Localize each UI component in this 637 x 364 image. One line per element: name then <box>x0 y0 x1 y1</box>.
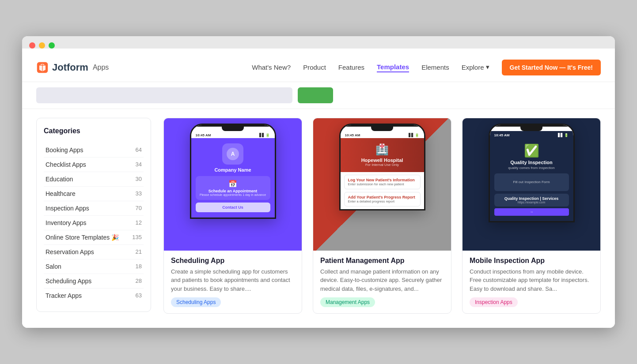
sidebar-item-scheduling-apps[interactable]: Scheduling Apps 28 <box>44 274 144 289</box>
card-title-inspection: Mobile Inspection App <box>470 257 593 265</box>
logo-text: Jotform <box>52 62 88 73</box>
nav-whats-new[interactable]: What's New? <box>252 64 291 72</box>
card-desc-patient: Collect and manage patient information o… <box>320 267 444 293</box>
card-info-inspection: Mobile Inspection App Conduct inspection… <box>463 251 600 314</box>
phone-time-scheduling: 10:45 AM <box>196 133 211 137</box>
patient-card-2: Add Your Patient's Progress Report Enter… <box>344 192 421 206</box>
close-button[interactable] <box>29 42 35 49</box>
calendar-icon: 📅 <box>199 180 267 188</box>
phone-app-content-scheduling: A Company Name 📅 Schedule an Appointment… <box>191 138 275 218</box>
phone-status-icons: ▋▋ 🔋 <box>259 133 270 137</box>
sidebar-item-reservation-apps[interactable]: Reservation Apps 21 <box>44 245 144 259</box>
qi-title: Quality Inspection <box>494 160 569 165</box>
template-card-scheduling[interactable]: 10:45 AM ▋▋ 🔋 A Company <box>163 118 302 314</box>
patient-card-1: Log Your New Patient's Information Enter… <box>344 175 421 189</box>
template-card-patient[interactable]: 10:45 AM ▋▋ 🔋 🏥 Hopewell Hospital For In… <box>313 118 451 314</box>
phone-frame-scheduling: 10:45 AM ▋▋ 🔋 A Company <box>190 124 276 219</box>
patient-hospital-subtitle: For Internal Use Only <box>345 163 420 167</box>
phone-status-icons-inspection: ▋▋ 🔋 <box>558 133 569 137</box>
card-info-patient: Patient Management App Collect and manag… <box>313 251 451 314</box>
sidebar-item-tracker-apps[interactable]: Tracker Apps 63 <box>44 289 144 303</box>
template-card-inspection[interactable]: 10:45 AM ▋▋ 🔋 ✅ Quality Inspection quali… <box>462 118 601 314</box>
checkmark-icon: ✅ <box>494 143 569 158</box>
chevron-down-icon: ▾ <box>486 63 489 71</box>
phone-section-appointment: 📅 Schedule an Appointment Please schedul… <box>196 176 270 200</box>
phone-status-bar-scheduling: 10:45 AM ▋▋ 🔋 <box>191 131 275 138</box>
sidebar-item-healthcare[interactable]: Healthcare 33 <box>44 187 144 201</box>
nav-product[interactable]: Product <box>303 64 326 72</box>
nav-elements[interactable]: Elements <box>421 64 449 72</box>
maximize-button[interactable] <box>49 42 55 49</box>
browser-window: Jotform Apps What's New? Product Feature… <box>22 36 615 328</box>
card-tag-patient[interactable]: Management Apps <box>320 297 375 307</box>
qi-service-row: Quality Inspection | Services https://ex… <box>494 194 569 206</box>
sidebar: Categories Booking Apps 64 Checklist App… <box>36 118 151 312</box>
phone-time-inspection: 10:45 AM <box>494 133 510 137</box>
nav-templates[interactable]: Templates <box>377 63 409 72</box>
sidebar-item-salon[interactable]: Salon 18 <box>44 259 144 274</box>
nav-features[interactable]: Features <box>338 64 364 72</box>
nav-links: What's New? Product Features Templates E… <box>252 63 489 72</box>
card-tag-inspection[interactable]: Inspection Apps <box>470 297 518 307</box>
browser-content: Jotform Apps What's New? Product Feature… <box>22 54 615 328</box>
navbar: Jotform Apps What's New? Product Feature… <box>22 54 615 82</box>
hero-strip <box>22 82 615 109</box>
phone-mockup-inspection: 10:45 AM ▋▋ 🔋 ✅ Quality Inspection quali… <box>463 118 600 251</box>
sidebar-item-inventory-apps[interactable]: Inventory Apps 12 <box>44 216 144 230</box>
jotform-logo-icon <box>36 61 49 74</box>
patient-header: 🏥 Hopewell Hospital For Internal Use Onl… <box>341 138 424 172</box>
sidebar-item-checklist-apps[interactable]: Checklist Apps 34 <box>44 158 144 172</box>
sidebar-item-booking-apps[interactable]: Booking Apps 64 <box>44 143 144 158</box>
hero-search-bar <box>36 87 292 103</box>
logo-area: Jotform Apps <box>36 61 109 74</box>
qi-image-placeholder: Fill out Inspection Form <box>494 173 569 191</box>
phone-contact-button[interactable]: Contact Us <box>196 203 270 212</box>
app-icon-circle: A <box>222 143 243 165</box>
phone-app-content-inspection: ✅ Quality Inspection quality comes from … <box>490 138 573 221</box>
phone-mockup-patient: 10:45 AM ▋▋ 🔋 🏥 Hopewell Hospital For In… <box>313 118 451 251</box>
card-title-patient: Patient Management App <box>320 257 444 265</box>
sidebar-item-education[interactable]: Education 30 <box>44 172 144 187</box>
traffic-lights <box>29 42 608 49</box>
patient-hospital-name: Hopewell Hospital <box>345 158 420 163</box>
phone-app-content-patient: 🏥 Hopewell Hospital For Internal Use Onl… <box>341 138 424 206</box>
phone-frame-patient: 10:45 AM ▋▋ 🔋 🏥 Hopewell Hospital For In… <box>339 124 425 210</box>
card-tag-scheduling[interactable]: Scheduling Apps <box>171 297 221 307</box>
browser-chrome <box>22 36 615 49</box>
cta-button[interactable]: Get Started Now — It's Free! <box>502 60 601 75</box>
sidebar-title: Categories <box>44 127 144 135</box>
sidebar-item-online-store-templates[interactable]: Online Store Templates 🎉 135 <box>44 230 144 245</box>
card-info-scheduling: Scheduling App Create a simple schedulin… <box>164 251 302 314</box>
main-content: Categories Booking Apps 64 Checklist App… <box>22 109 615 328</box>
hero-search-button[interactable] <box>298 87 333 103</box>
logo-apps: Apps <box>93 64 109 71</box>
phone-status-bar-inspection: 10:45 AM ▋▋ 🔋 <box>490 131 573 138</box>
card-desc-inspection: Conduct inspections from any mobile devi… <box>470 267 593 293</box>
phone-mockup-scheduling: 10:45 AM ▋▋ 🔋 A Company <box>164 118 302 251</box>
card-desc-scheduling: Create a simple scheduling app for custo… <box>171 267 295 293</box>
nav-explore[interactable]: Explore ▾ <box>462 63 489 72</box>
sidebar-item-inspection-apps[interactable]: Inspection Apps 70 <box>44 201 144 216</box>
minimize-button[interactable] <box>39 42 45 49</box>
cards-grid: 10:45 AM ▋▋ 🔋 A Company <box>163 118 601 314</box>
svg-text:A: A <box>231 151 235 157</box>
phone-time-patient: 10:45 AM <box>345 133 360 137</box>
qi-subtitle: quality comes from inspection <box>494 166 569 170</box>
phone-frame-inspection: 10:45 AM ▋▋ 🔋 ✅ Quality Inspection quali… <box>489 124 575 222</box>
qi-button[interactable]: → <box>494 208 569 216</box>
hospital-icon: 🏥 <box>345 143 420 156</box>
phone-app-title: Company Name <box>196 167 270 173</box>
card-title-scheduling: Scheduling App <box>171 257 295 265</box>
phone-status-bar-patient: 10:45 AM ▋▋ 🔋 <box>341 131 424 138</box>
phone-status-icons-patient: ▋▋ 🔋 <box>409 133 419 137</box>
